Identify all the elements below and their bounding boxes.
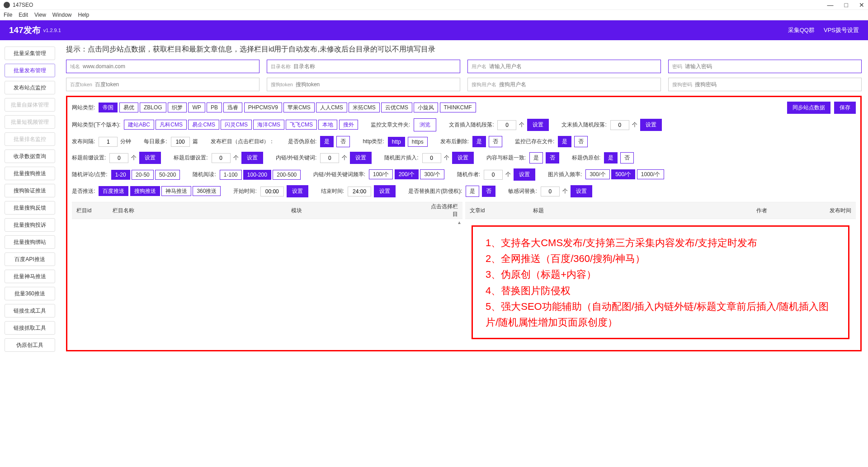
scroll-up-icon[interactable]: ▲ — [457, 220, 462, 225]
menu-file[interactable]: File — [4, 12, 12, 18]
option-next-凡科CMS[interactable]: 凡科CMS — [156, 120, 187, 130]
linkkeyword-input[interactable] — [320, 153, 339, 163]
option-易优[interactable]: 易优 — [119, 103, 138, 112]
option-1-20[interactable]: 1-20 — [111, 170, 130, 180]
sidebar-item-2[interactable]: 发布站点监控 — [5, 81, 55, 94]
pseudo-yes[interactable]: 是 — [320, 136, 334, 147]
endtime-input[interactable] — [348, 187, 371, 196]
monitorexist-no[interactable]: 否 — [574, 136, 588, 147]
deleteafter-no[interactable]: 否 — [489, 136, 502, 147]
option-神马推送[interactable]: 神马推送 — [161, 186, 191, 196]
sidebar-item-11[interactable]: 批量搜狗绑站 — [5, 235, 55, 249]
option-200/个[interactable]: 200/个 — [395, 169, 419, 179]
dailymax-input[interactable] — [171, 137, 190, 147]
text-input[interactable] — [685, 63, 858, 70]
sync-site-button[interactable]: 同步站点数据 — [787, 102, 830, 114]
option-THINKCMF[interactable]: THINKCMF — [440, 103, 476, 112]
sidebar-item-13[interactable]: 批量神马推送 — [5, 270, 55, 283]
option-WP[interactable]: WP — [188, 103, 205, 112]
save-button[interactable]: 保存 — [834, 102, 856, 114]
option-next-建站ABC[interactable]: 建站ABC — [124, 120, 154, 130]
titleprefix-set[interactable]: 设置 — [139, 152, 161, 164]
text-input[interactable] — [83, 63, 255, 70]
replaceimg-yes[interactable]: 是 — [466, 186, 479, 197]
option-next-海洋CMS[interactable]: 海洋CMS — [253, 120, 284, 130]
sidebar-item-10[interactable]: 批量搜狗投诉 — [5, 218, 55, 232]
option-next-闪灵CMS[interactable]: 闪灵CMS — [221, 120, 252, 130]
article-table-body[interactable]: 1、支持各大CMS发布/支持第三方采集内容发布/支持定时发布 2、全网推送（百度… — [465, 219, 856, 346]
option-小旋风[interactable]: 小旋风 — [414, 103, 438, 112]
option-next-搜外[interactable]: 搜外 — [339, 120, 358, 130]
option-next-本地[interactable]: 本地 — [318, 120, 337, 130]
option-next-飞飞CMS[interactable]: 飞飞CMS — [286, 120, 317, 130]
sensitive-input[interactable] — [541, 187, 560, 196]
option-300/个[interactable]: 300/个 — [420, 169, 444, 179]
titlepseudo-yes[interactable]: 是 — [604, 152, 618, 163]
http-option[interactable]: http — [388, 137, 405, 147]
text-input[interactable] — [296, 81, 456, 88]
menu-window[interactable]: Window — [52, 12, 72, 18]
sensitive-set[interactable]: 设置 — [571, 185, 592, 197]
starttime-set[interactable]: 设置 — [287, 185, 308, 197]
menu-edit[interactable]: Edit — [19, 12, 28, 18]
sidebar-item-6[interactable]: 收录数据查询 — [5, 149, 55, 163]
option-300/个[interactable]: 300/个 — [585, 169, 609, 179]
sidebar-item-12[interactable]: 百度API推送 — [5, 252, 55, 266]
sidebar-item-15[interactable]: 链接生成工具 — [5, 304, 55, 318]
titlesuffix-input[interactable] — [212, 153, 231, 163]
sidebar-item-9[interactable]: 批量搜狗反馈 — [5, 201, 55, 215]
sidebar-item-17[interactable]: 伪原创工具 — [5, 338, 55, 352]
option-苹果CMS[interactable]: 苹果CMS — [283, 103, 315, 112]
option-20-50[interactable]: 20-50 — [132, 170, 154, 180]
option-搜狗推送[interactable]: 搜狗推送 — [130, 186, 160, 196]
sidebar-item-14[interactable]: 批量360推送 — [5, 287, 55, 300]
titlepseudo-no[interactable]: 否 — [620, 152, 634, 163]
option-500/个[interactable]: 500/个 — [611, 169, 635, 179]
deleteafter-yes[interactable]: 是 — [472, 136, 486, 147]
text-input[interactable] — [95, 81, 255, 88]
browse-button[interactable]: 浏览 — [414, 118, 436, 131]
option-ZBLOG[interactable]: ZBLOG — [140, 103, 166, 112]
menu-help[interactable]: Help — [78, 12, 90, 18]
insert-begin-input[interactable] — [497, 120, 516, 130]
minimize-button[interactable]: — — [827, 1, 834, 9]
option-帝国[interactable]: 帝国 — [99, 103, 118, 112]
randimg-set[interactable]: 设置 — [452, 152, 474, 164]
option-织梦[interactable]: 织梦 — [168, 103, 187, 112]
sidebar-item-0[interactable]: 批量采集管理 — [5, 47, 55, 60]
qq-group-link[interactable]: 采集QQ群 — [788, 26, 815, 34]
maximize-button[interactable]: □ — [844, 1, 848, 9]
sidebar-item-4[interactable]: 批量短视频管理 — [5, 115, 55, 129]
option-100/个[interactable]: 100/个 — [369, 169, 393, 179]
sidebar-item-5[interactable]: 批量排名监控 — [5, 132, 55, 146]
vps-settings-link[interactable]: VPS拨号设置 — [824, 26, 859, 34]
interval-input[interactable] — [99, 137, 118, 147]
text-input[interactable] — [489, 63, 657, 70]
replaceimg-no[interactable]: 否 — [482, 186, 495, 197]
randauthor-set[interactable]: 设置 — [514, 168, 535, 181]
option-360推送[interactable]: 360推送 — [193, 186, 221, 196]
option-人人CMS[interactable]: 人人CMS — [316, 103, 347, 112]
titlematch-no[interactable]: 否 — [546, 152, 559, 163]
randimg-input[interactable] — [422, 153, 441, 163]
sidebar-item-1[interactable]: 批量发布管理 — [5, 64, 55, 77]
option-1-100[interactable]: 1-100 — [220, 170, 242, 180]
option-PB[interactable]: PB — [207, 103, 222, 112]
randauthor-input[interactable] — [484, 170, 503, 180]
option-50-200[interactable]: 50-200 — [155, 170, 180, 180]
monitorexist-yes[interactable]: 是 — [558, 136, 571, 147]
insert-begin-set[interactable]: 设置 — [527, 119, 549, 131]
option-200-500[interactable]: 200-500 — [273, 170, 301, 180]
column-table-body[interactable]: ▲ — [72, 219, 462, 346]
text-input[interactable] — [293, 63, 456, 70]
text-input[interactable] — [695, 81, 858, 88]
titlesuffix-set[interactable]: 设置 — [241, 152, 263, 164]
option-100-200[interactable]: 100-200 — [243, 170, 271, 180]
sidebar-item-16[interactable]: 链接抓取工具 — [5, 321, 55, 335]
option-米拓CMS[interactable]: 米拓CMS — [349, 103, 380, 112]
sidebar-item-7[interactable]: 批量搜狗推送 — [5, 167, 55, 180]
insert-end-set[interactable]: 设置 — [640, 119, 662, 131]
menu-view[interactable]: View — [34, 12, 46, 18]
https-option[interactable]: https — [408, 137, 428, 147]
linkkeyword-set[interactable]: 设置 — [350, 152, 372, 164]
